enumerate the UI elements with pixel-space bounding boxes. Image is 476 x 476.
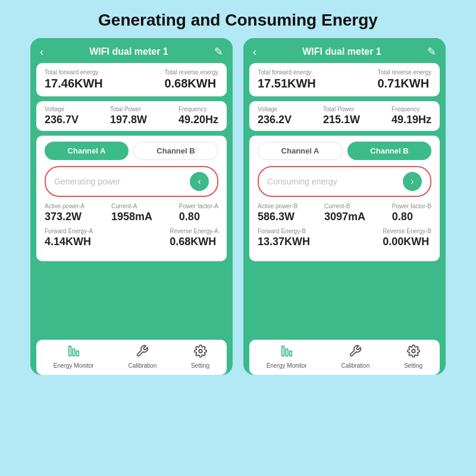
power-factor-value-left: 0.80 xyxy=(179,211,200,223)
forward-energy-ch-label-left: Forward Energy-A xyxy=(45,228,93,234)
svg-rect-2 xyxy=(76,351,79,356)
nav-calibration-right[interactable]: Calibration xyxy=(341,345,369,369)
forward-energy-left: Total forward energy 17.46KWH xyxy=(45,69,103,90)
svg-rect-1 xyxy=(73,349,75,356)
current-value-left: 1958mA xyxy=(111,211,152,223)
total-power-value-left: 197.8W xyxy=(110,114,147,126)
svg-rect-4 xyxy=(282,346,284,356)
forward-energy-ch-label-right: Forward Energy-B xyxy=(258,228,310,234)
energy-summary-left: Total forward energy 17.46KWH Total reve… xyxy=(36,63,227,96)
header-title-left: WIFI dual meter 1 xyxy=(89,46,168,57)
channel-b-tab-right[interactable]: Channel B xyxy=(347,142,431,160)
forward-energy-value-right: 17.51KWH xyxy=(258,77,316,90)
forward-energy-value-left: 17.46KWH xyxy=(45,77,103,90)
svg-point-7 xyxy=(412,349,415,353)
total-power-left: Total Power 197.8W xyxy=(110,106,147,126)
active-power-value-right: 586.3W xyxy=(258,211,295,223)
voltage-value-left: 236.7V xyxy=(45,114,79,126)
setting-icon-left xyxy=(194,345,207,361)
nav-setting-right[interactable]: Setting xyxy=(404,345,422,369)
frequency-value-left: 49.20Hz xyxy=(178,114,218,126)
svg-point-3 xyxy=(199,349,202,353)
voltage-label-left: Voltage xyxy=(45,106,79,112)
forward-energy-right: Total forward energy 17.51KWH xyxy=(258,69,316,90)
channel-b-tab-left[interactable]: Channel B xyxy=(133,142,218,160)
svg-rect-0 xyxy=(69,346,71,356)
total-power-value-right: 215.1W xyxy=(323,114,360,126)
calibration-label-right: Calibration xyxy=(341,362,369,369)
current-right: Current-B 3097mA xyxy=(324,203,365,223)
reverse-energy-ch-left: Reverse Energy-A 0.68KWH xyxy=(170,228,218,248)
voltage-label-right: Voltage xyxy=(258,106,292,112)
status-text-left: Generating power xyxy=(54,177,120,186)
active-power-label-right: Active power-B xyxy=(258,203,298,209)
frequency-label-right: Frequency xyxy=(392,106,431,112)
active-power-value-left: 373.2W xyxy=(45,211,82,223)
svg-rect-6 xyxy=(289,351,292,356)
edit-icon-right[interactable]: ✎ xyxy=(427,45,436,58)
setting-icon-right xyxy=(407,345,420,361)
frequency-left: Frequency 49.20Hz xyxy=(178,106,218,126)
nav-setting-left[interactable]: Setting xyxy=(191,345,209,369)
status-text-right: Consuming energy xyxy=(267,177,337,186)
energy-summary-right: Total forward energy 17.51KWH Total reve… xyxy=(249,63,440,96)
reverse-energy-ch-value-left: 0.68KWH xyxy=(170,236,216,248)
power-factor-value-right: 0.80 xyxy=(392,211,413,223)
reverse-energy-label-left: Total reverse energy xyxy=(164,69,218,76)
nav-calibration-left[interactable]: Calibration xyxy=(128,345,156,369)
nav-circle-left[interactable]: ‹ xyxy=(190,172,209,191)
reverse-energy-value-left: 0.68KWH xyxy=(164,77,216,90)
total-power-label-left: Total Power xyxy=(110,106,147,112)
phone-right: ‹ WIFI dual meter 1 ✎ Total forward ener… xyxy=(243,38,446,375)
edit-icon-left[interactable]: ✎ xyxy=(214,45,223,58)
phone-left-header: ‹ WIFI dual meter 1 ✎ xyxy=(30,38,233,63)
reverse-energy-left: Total reverse energy 0.68KWH xyxy=(164,69,218,90)
forward-energy-ch-value-left: 4.14KWH xyxy=(45,236,91,248)
stats-row-right: Voltage 236.2V Total Power 215.1W Freque… xyxy=(249,101,440,131)
active-power-left: Active power-A 373.2W xyxy=(45,203,84,223)
bottom-nav-right: Energy Monitor Calibration Setting xyxy=(249,340,440,375)
power-factor-left: Power factor-A 0.80 xyxy=(179,203,218,223)
forward-energy-ch-value-right: 13.37KWH xyxy=(258,236,310,248)
forward-energy-ch-left: Forward Energy-A 4.14KWH xyxy=(45,228,93,248)
nav-energy-monitor-left[interactable]: Energy Monitor xyxy=(54,345,94,369)
voltage-value-right: 236.2V xyxy=(258,114,292,126)
power-factor-right: Power factor-B 0.80 xyxy=(392,203,431,223)
current-left: Current-A 1958mA xyxy=(111,203,152,223)
channel-a-tab-left[interactable]: Channel A xyxy=(45,142,129,160)
back-icon-left[interactable]: ‹ xyxy=(40,46,43,58)
page-title: Generating and Consuming Energy xyxy=(0,0,476,38)
channel-tabs-right: Channel A Channel B Consuming energy › A… xyxy=(249,136,440,261)
calibration-icon-right xyxy=(349,345,362,361)
energy-monitor-label-right: Energy Monitor xyxy=(267,362,307,369)
current-value-right: 3097mA xyxy=(324,211,365,223)
voltage-left: Voltage 236.7V xyxy=(45,106,79,126)
active-power-label-left: Active power-A xyxy=(45,203,84,209)
header-title-right: WIFI dual meter 1 xyxy=(302,46,381,57)
total-power-label-right: Total Power xyxy=(323,106,360,112)
svg-rect-5 xyxy=(286,349,288,356)
reverse-energy-ch-right: Reverse Energy-B 0.00KWH xyxy=(383,228,431,248)
frequency-label-left: Frequency xyxy=(178,106,218,112)
bottom-nav-left: Energy Monitor Calibration Setting xyxy=(36,340,227,375)
phone-left: ‹ WIFI dual meter 1 ✎ Total forward ener… xyxy=(30,38,233,375)
active-power-right: Active power-B 586.3W xyxy=(258,203,298,223)
total-power-right: Total Power 215.1W xyxy=(323,106,360,126)
nav-energy-monitor-right[interactable]: Energy Monitor xyxy=(267,345,307,369)
status-bar-right: Consuming energy › xyxy=(258,166,431,197)
current-label-right: Current-B xyxy=(324,203,365,209)
energy-monitor-icon-right xyxy=(280,345,293,361)
reverse-energy-label-right: Total reverse energy xyxy=(377,69,431,76)
reverse-energy-ch-label-right: Reverse Energy-B xyxy=(383,228,431,234)
status-bar-left: Generating power ‹ xyxy=(45,166,218,197)
frequency-right: Frequency 49.19Hz xyxy=(392,106,431,126)
setting-label-right: Setting xyxy=(404,362,422,369)
nav-circle-right[interactable]: › xyxy=(403,172,422,191)
energy-monitor-label-left: Energy Monitor xyxy=(54,362,94,369)
channel-tabs-left: Channel A Channel B Generating power ‹ A… xyxy=(36,136,227,261)
setting-label-left: Setting xyxy=(191,362,209,369)
calibration-icon-left xyxy=(136,345,149,361)
channel-a-tab-right[interactable]: Channel A xyxy=(258,142,343,160)
calibration-label-left: Calibration xyxy=(128,362,156,369)
back-icon-right[interactable]: ‹ xyxy=(253,46,256,58)
